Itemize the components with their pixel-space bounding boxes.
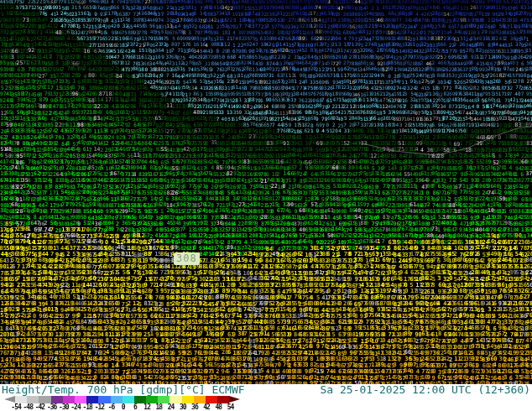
map-datetime: Sa 25-01-2025 12:00 UTC (12+360) [321, 384, 530, 396]
colorbar-arrow-left-icon [4, 396, 15, 403]
colorbar-segment [98, 396, 110, 403]
temperature-colorbar [4, 396, 240, 403]
colorbar-tick-label: 54 [224, 403, 236, 411]
map-title: Height/Temp. 700 hPa [gdmp][°C] ECMWF [2, 384, 245, 396]
status-bar: Height/Temp. 700 hPa [gdmp][°C] ECMWF Sa… [0, 384, 532, 411]
colorbar-tick-labels: -54-48-42-36-30-24-18-12-606121824303642… [10, 403, 237, 411]
colorbar-segment [111, 396, 123, 403]
colorbar-tick-label: -30 [58, 403, 70, 411]
colorbar-segment [63, 396, 75, 403]
colorbar-tick-label: -12 [93, 403, 105, 411]
colorbar-tick-label: -54 [10, 403, 22, 411]
colorbar-segment [123, 396, 134, 403]
colorbar-segment [134, 396, 146, 403]
colorbar-segment [51, 396, 63, 403]
colorbar-tick-label: 18 [153, 403, 164, 411]
colorbar-tick-label: 42 [201, 403, 212, 411]
colorbar-tick-label: -24 [70, 403, 81, 411]
colorbar-segment [39, 396, 50, 403]
colorbar-segment [158, 396, 170, 403]
colorbar-tick-label: 24 [164, 403, 176, 411]
colorbar-segment [206, 396, 217, 403]
colorbar-arrow-right-icon [229, 396, 240, 403]
temperature-field-canvas [0, 0, 532, 384]
map-area: 308 [0, 0, 532, 384]
weather-map-app: 308 Height/Temp. 700 hPa [gdmp][°C] ECMW… [0, 0, 532, 411]
colorbar-segment [217, 396, 229, 403]
height-contour-label: 308 [174, 252, 200, 265]
colorbar-tick-label: 48 [212, 403, 224, 411]
colorbar-tick-label: 36 [189, 403, 201, 411]
colorbar-tick-label: -18 [81, 403, 93, 411]
colorbar-tick-label: 30 [177, 403, 189, 411]
colorbar-segment [194, 396, 206, 403]
colorbar-tick-label: -42 [34, 403, 45, 411]
colorbar-segment [27, 396, 39, 403]
colorbar-tick-label: -48 [22, 403, 34, 411]
colorbar-tick-label: 0 [117, 403, 129, 411]
colorbar-segment [170, 396, 181, 403]
colorbar-segment [182, 396, 194, 403]
colorbar-segment [86, 396, 98, 403]
colorbar-segment [146, 396, 158, 403]
colorbar-segment [75, 396, 86, 403]
colorbar-tick-label: 6 [129, 403, 141, 411]
colorbar-tick-label: -36 [46, 403, 58, 411]
colorbar-tick-label: -6 [106, 403, 117, 411]
colorbar-segment [15, 396, 27, 403]
colorbar-tick-label: 12 [141, 403, 153, 411]
